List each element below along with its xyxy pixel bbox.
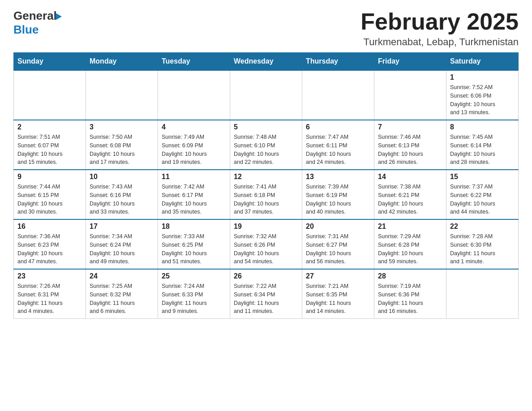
calendar-cell (86, 70, 158, 120)
day-info: Sunrise: 7:31 AM Sunset: 6:27 PM Dayligh… (306, 232, 370, 266)
calendar-cell: 2Sunrise: 7:51 AM Sunset: 6:07 PM Daylig… (14, 120, 86, 170)
logo-arrow-icon (56, 13, 62, 20)
day-number: 23 (17, 272, 82, 280)
calendar-header: SundayMondayTuesdayWednesdayThursdayFrid… (14, 53, 519, 71)
day-info: Sunrise: 7:44 AM Sunset: 6:15 PM Dayligh… (17, 183, 82, 216)
calendar-cell: 28Sunrise: 7:19 AM Sunset: 6:36 PM Dayli… (374, 269, 446, 319)
day-info: Sunrise: 7:43 AM Sunset: 6:16 PM Dayligh… (90, 183, 154, 216)
location-title: Turkmenabat, Lebap, Turkmenistan (360, 36, 519, 48)
day-info: Sunrise: 7:50 AM Sunset: 6:08 PM Dayligh… (90, 133, 154, 167)
day-info: Sunrise: 7:39 AM Sunset: 6:19 PM Dayligh… (306, 183, 370, 216)
calendar-cell (230, 70, 302, 120)
day-info: Sunrise: 7:24 AM Sunset: 6:33 PM Dayligh… (162, 282, 226, 316)
day-number: 5 (234, 123, 298, 131)
calendar-cell: 15Sunrise: 7:37 AM Sunset: 6:22 PM Dayli… (446, 170, 519, 219)
logo-general-text: General (13, 9, 57, 23)
day-info: Sunrise: 7:25 AM Sunset: 6:32 PM Dayligh… (90, 282, 154, 316)
calendar-cell: 7Sunrise: 7:46 AM Sunset: 6:13 PM Daylig… (374, 120, 446, 170)
day-number: 7 (378, 123, 442, 131)
weekday-header-monday: Monday (86, 53, 158, 71)
day-number: 13 (306, 173, 370, 181)
calendar-cell: 19Sunrise: 7:32 AM Sunset: 6:26 PM Dayli… (230, 219, 302, 269)
calendar-body: 1Sunrise: 7:52 AM Sunset: 6:06 PM Daylig… (14, 70, 519, 319)
calendar-cell: 11Sunrise: 7:42 AM Sunset: 6:17 PM Dayli… (158, 170, 230, 219)
day-info: Sunrise: 7:46 AM Sunset: 6:13 PM Dayligh… (378, 133, 442, 167)
weekday-header-wednesday: Wednesday (230, 53, 302, 71)
calendar-cell: 24Sunrise: 7:25 AM Sunset: 6:32 PM Dayli… (86, 269, 158, 319)
weekday-header-row: SundayMondayTuesdayWednesdayThursdayFrid… (14, 53, 519, 71)
calendar-cell: 17Sunrise: 7:34 AM Sunset: 6:24 PM Dayli… (86, 219, 158, 269)
calendar-week-1: 1Sunrise: 7:52 AM Sunset: 6:06 PM Daylig… (14, 70, 519, 120)
calendar-week-2: 2Sunrise: 7:51 AM Sunset: 6:07 PM Daylig… (14, 120, 519, 170)
day-number: 17 (90, 223, 154, 231)
title-block: February 2025 Turkmenabat, Lebap, Turkme… (360, 9, 519, 48)
day-number: 4 (162, 123, 226, 131)
day-number: 21 (378, 223, 442, 231)
calendar-cell: 12Sunrise: 7:41 AM Sunset: 6:18 PM Dayli… (230, 170, 302, 219)
weekday-header-tuesday: Tuesday (158, 53, 230, 71)
calendar-cell (446, 269, 519, 319)
day-number: 6 (306, 123, 370, 131)
day-number: 20 (306, 223, 370, 231)
calendar-cell: 25Sunrise: 7:24 AM Sunset: 6:33 PM Dayli… (158, 269, 230, 319)
calendar-cell: 16Sunrise: 7:36 AM Sunset: 6:23 PM Dayli… (14, 219, 86, 269)
calendar-cell: 20Sunrise: 7:31 AM Sunset: 6:27 PM Dayli… (302, 219, 374, 269)
weekday-header-sunday: Sunday (14, 53, 86, 71)
day-info: Sunrise: 7:36 AM Sunset: 6:23 PM Dayligh… (17, 232, 82, 266)
calendar-cell: 9Sunrise: 7:44 AM Sunset: 6:15 PM Daylig… (14, 170, 86, 219)
calendar-cell: 6Sunrise: 7:47 AM Sunset: 6:11 PM Daylig… (302, 120, 374, 170)
day-number: 18 (162, 223, 226, 231)
day-number: 22 (450, 223, 515, 231)
day-info: Sunrise: 7:47 AM Sunset: 6:11 PM Dayligh… (306, 133, 370, 167)
calendar-cell: 5Sunrise: 7:48 AM Sunset: 6:10 PM Daylig… (230, 120, 302, 170)
day-number: 8 (450, 123, 515, 131)
calendar-cell (374, 70, 446, 120)
day-info: Sunrise: 7:32 AM Sunset: 6:26 PM Dayligh… (234, 232, 298, 266)
calendar-cell (14, 70, 86, 120)
day-number: 28 (378, 272, 442, 280)
day-number: 1 (450, 73, 515, 81)
calendar-week-4: 16Sunrise: 7:36 AM Sunset: 6:23 PM Dayli… (14, 219, 519, 269)
day-number: 19 (234, 223, 298, 231)
calendar-cell: 21Sunrise: 7:29 AM Sunset: 6:28 PM Dayli… (374, 219, 446, 269)
calendar-cell: 27Sunrise: 7:21 AM Sunset: 6:35 PM Dayli… (302, 269, 374, 319)
calendar-week-5: 23Sunrise: 7:26 AM Sunset: 6:31 PM Dayli… (14, 269, 519, 319)
day-info: Sunrise: 7:26 AM Sunset: 6:31 PM Dayligh… (17, 282, 82, 316)
weekday-header-thursday: Thursday (302, 53, 374, 71)
day-info: Sunrise: 7:37 AM Sunset: 6:22 PM Dayligh… (450, 183, 515, 216)
calendar-cell: 26Sunrise: 7:22 AM Sunset: 6:34 PM Dayli… (230, 269, 302, 319)
day-number: 2 (17, 123, 82, 131)
calendar-table: SundayMondayTuesdayWednesdayThursdayFrid… (13, 52, 519, 319)
day-info: Sunrise: 7:34 AM Sunset: 6:24 PM Dayligh… (90, 232, 154, 266)
calendar-cell: 1Sunrise: 7:52 AM Sunset: 6:06 PM Daylig… (446, 70, 519, 120)
day-number: 24 (90, 272, 154, 280)
month-title: February 2025 (360, 9, 519, 34)
day-number: 11 (162, 173, 226, 181)
day-info: Sunrise: 7:33 AM Sunset: 6:25 PM Dayligh… (162, 232, 226, 266)
calendar-cell: 3Sunrise: 7:50 AM Sunset: 6:08 PM Daylig… (86, 120, 158, 170)
day-info: Sunrise: 7:29 AM Sunset: 6:28 PM Dayligh… (378, 232, 442, 266)
day-info: Sunrise: 7:48 AM Sunset: 6:10 PM Dayligh… (234, 133, 298, 167)
day-info: Sunrise: 7:52 AM Sunset: 6:06 PM Dayligh… (450, 83, 515, 117)
calendar-cell: 22Sunrise: 7:28 AM Sunset: 6:30 PM Dayli… (446, 219, 519, 269)
day-number: 25 (162, 272, 226, 280)
day-number: 3 (90, 123, 154, 131)
day-info: Sunrise: 7:38 AM Sunset: 6:21 PM Dayligh… (378, 183, 442, 216)
day-number: 16 (17, 223, 82, 231)
calendar-cell: 10Sunrise: 7:43 AM Sunset: 6:16 PM Dayli… (86, 170, 158, 219)
day-number: 26 (234, 272, 298, 280)
day-number: 10 (90, 173, 154, 181)
day-info: Sunrise: 7:21 AM Sunset: 6:35 PM Dayligh… (306, 282, 370, 316)
logo-blue-text: Blue (13, 23, 39, 36)
calendar-cell: 23Sunrise: 7:26 AM Sunset: 6:31 PM Dayli… (14, 269, 86, 319)
calendar-cell: 4Sunrise: 7:49 AM Sunset: 6:09 PM Daylig… (158, 120, 230, 170)
day-info: Sunrise: 7:45 AM Sunset: 6:14 PM Dayligh… (450, 133, 515, 167)
calendar-cell (158, 70, 230, 120)
day-number: 14 (378, 173, 442, 181)
calendar-cell: 18Sunrise: 7:33 AM Sunset: 6:25 PM Dayli… (158, 219, 230, 269)
day-info: Sunrise: 7:19 AM Sunset: 6:36 PM Dayligh… (378, 282, 442, 316)
day-info: Sunrise: 7:42 AM Sunset: 6:17 PM Dayligh… (162, 183, 226, 216)
logo: General Blue (13, 9, 62, 37)
calendar-cell: 8Sunrise: 7:45 AM Sunset: 6:14 PM Daylig… (446, 120, 519, 170)
day-number: 15 (450, 173, 515, 181)
